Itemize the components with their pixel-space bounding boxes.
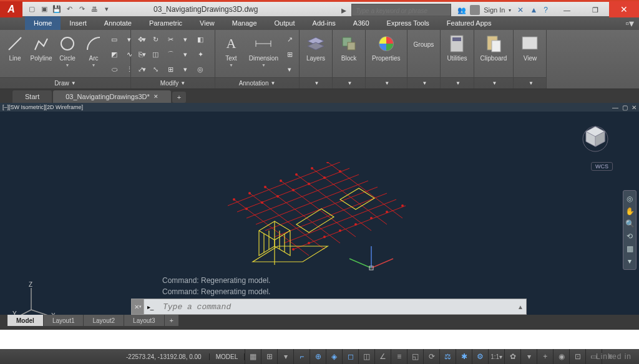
annoauto-icon[interactable]: ⚙ [472,349,488,364]
arc-button[interactable]: Arc▼ [81,32,106,69]
ellipse-icon[interactable]: ⬭ [107,62,121,76]
tab-featured[interactable]: Featured Apps [438,16,500,30]
nav-showmotion-icon[interactable]: ▦ [625,244,635,253]
properties-button[interactable]: Properties [368,32,404,63]
a360-icon[interactable]: ▲ [530,6,537,14]
qat-redo-icon[interactable]: ↷ [77,5,86,14]
coordinates-readout[interactable]: -22573.24, -13192.08, 0.00 [119,353,210,360]
ribbon-options-icon[interactable]: ▫▾ [620,16,639,30]
leader-icon[interactable]: ↗ [283,32,296,46]
clipboard-button[interactable]: Clipboard [477,32,511,63]
tab-annotate[interactable]: Annotate [95,16,140,30]
ddm3-icon[interactable]: ▾ [178,62,192,76]
line-button[interactable]: Line [2,32,27,63]
layout-2[interactable]: Layout2 [84,315,124,326]
nav-zoom-icon[interactable]: 🔍 [625,219,635,228]
wcs-label[interactable]: WCS [591,162,613,171]
qat-open-icon[interactable]: ▣ [40,5,49,14]
isolate-icon[interactable]: ⊡ [569,349,585,364]
qat-print-icon[interactable]: 🖶 [90,5,99,14]
text-button[interactable]: AText▼ [218,32,245,69]
ddm2-icon[interactable]: ▾ [178,47,192,61]
panel-utilities-dd[interactable]: ▼ [441,77,473,89]
move-icon[interactable]: ✥ [134,32,147,46]
view-button[interactable]: View [516,32,544,63]
tab-manage[interactable]: Manage [223,16,266,30]
view-cube[interactable] [580,122,611,153]
title-dd-icon[interactable]: ▸ [341,4,346,16]
tab-view[interactable]: View [191,16,223,30]
panel-properties-dd[interactable]: ▼ [366,77,407,89]
otrack-icon[interactable]: ∠ [374,349,391,364]
minimize-button[interactable]: — [553,3,581,17]
ws-icon[interactable]: ✿ [504,349,520,364]
mirror-icon[interactable]: ◫ [149,47,162,61]
ortho-icon[interactable]: ⌐ [293,349,310,364]
panel-clipboard-dd[interactable]: ▼ [474,77,514,89]
layout-model[interactable]: Model [7,315,43,326]
explode-icon[interactable]: ✦ [193,47,207,61]
help-icon[interactable]: ? [544,6,548,14]
utilities-button[interactable]: Utilities [443,32,471,63]
polyline-button[interactable]: Polyline [29,32,54,63]
space-indicator[interactable]: MODEL [210,353,245,360]
fillet-icon[interactable]: ⌒ [163,47,177,61]
qat-undo-icon[interactable]: ↶ [65,5,74,14]
panel-block-dd[interactable]: ▼ [333,77,365,89]
annoscale-icon[interactable]: ⚖ [439,349,456,364]
polar-icon[interactable]: ⊕ [310,349,326,364]
hardware-icon[interactable]: ◉ [553,349,569,364]
search-input[interactable] [352,6,451,17]
maximize-button[interactable]: ❐ [581,3,609,17]
trim-icon[interactable]: ✂ [163,32,177,46]
layers-button[interactable]: Layers [302,32,329,63]
vp-close-icon[interactable]: ✕ [632,104,637,111]
monitor-icon[interactable]: + [537,349,553,364]
snap-icon[interactable]: ⊞ [261,349,277,364]
layout-1[interactable]: Layout1 [44,315,84,326]
doc-tab-add[interactable]: + [172,92,186,103]
hatch-icon[interactable]: ◩ [107,47,121,61]
copy-icon[interactable]: ⎘ [134,47,147,61]
panel-annotation-title[interactable]: Annotation▼ [215,77,299,89]
panel-view-dd[interactable]: ▼ [514,77,546,89]
signin-area[interactable]: 👥 Sign In ▾ [457,5,511,15]
infer-dd-icon[interactable]: ▾ [277,349,293,364]
ws-dd-icon[interactable]: ▾ [520,349,537,364]
tab-parametric[interactable]: Parametric [140,16,191,30]
vp-min-icon[interactable]: — [612,104,618,111]
offset-icon[interactable]: ◎ [193,62,207,76]
cmd-menu-icon[interactable]: ▸_ [144,304,157,310]
close-button[interactable]: ✕ [609,1,639,17]
tab-addins[interactable]: Add-ins [304,16,344,30]
qat-new-icon[interactable]: ▢ [27,5,36,14]
rotate-icon[interactable]: ↻ [149,32,162,46]
viewport-controls[interactable]: [–][SW Isometric][2D Wireframe] [2,104,83,110]
osnap-icon[interactable]: ◻ [342,349,358,364]
nav-dd-icon[interactable]: ▾ [625,257,635,266]
doc-tab-start[interactable]: Start [12,90,52,103]
nav-orbit-icon[interactable]: ⟲ [625,232,635,241]
doc-tab-current[interactable]: 03_NavigatingDrawings3D* ✕ [53,90,171,103]
command-input[interactable] [157,299,515,314]
scale-readout[interactable]: 1:1 ▾ [488,349,504,364]
ann-dd-icon[interactable]: ▾ [283,62,296,76]
groups-button[interactable]: Groups [410,32,438,49]
doc-tab-close-icon[interactable]: ✕ [154,93,159,100]
transparency-icon[interactable]: ◱ [407,349,423,364]
cycle-icon[interactable]: ⟳ [423,349,439,364]
app-logo[interactable]: A [0,1,22,17]
table-icon[interactable]: ⊞ [283,47,296,61]
panel-layers-dd[interactable]: ▼ [300,77,332,89]
tab-express[interactable]: Express Tools [378,16,438,30]
drawing-canvas[interactable]: [–][SW Isometric][2D Wireframe] — ▢ ✕ WC… [0,103,639,330]
dimension-button[interactable]: Dimension▼ [246,32,281,69]
signin-dd-icon[interactable]: ▾ [509,7,511,13]
nav-pan-icon[interactable]: ✋ [625,207,635,216]
qat-save-icon[interactable]: 💾 [52,5,61,14]
stretch-icon[interactable]: ⤢ [134,62,147,76]
ddm1-icon[interactable]: ▾ [178,32,192,46]
cmd-close-icon[interactable]: ✕▾ [132,299,144,314]
layout-add[interactable]: + [165,315,178,326]
tab-output[interactable]: Output [266,16,304,30]
